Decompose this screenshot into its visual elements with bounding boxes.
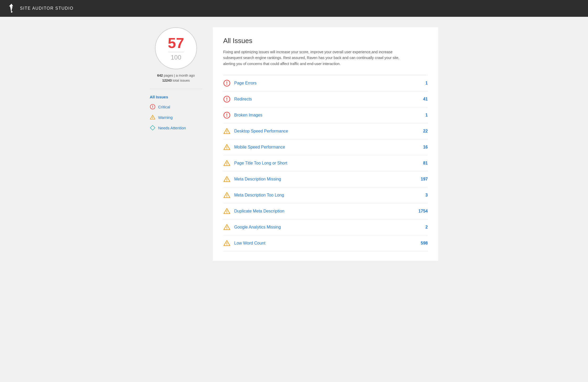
google-analytics-icon [223,224,231,231]
duplicate-meta-icon [223,208,231,215]
issue-label-low-word-count: Low Word Count [234,241,265,246]
total-issues: 12243 total issues [162,78,190,82]
issue-row-desktop-speed[interactable]: Desktop Speed Performance 22 [223,123,428,139]
issue-label-page-title: Page Title Too Long or Short [234,161,287,166]
page-errors-icon [223,79,231,87]
issue-left: Meta Description Missing [223,176,281,183]
sidebar-item-warning[interactable]: Warning [150,114,202,121]
warning-label: Warning [158,115,173,120]
issue-row-google-analytics[interactable]: Google Analytics Missing 2 [223,219,428,235]
issue-count-duplicate-meta: 1754 [418,209,428,214]
issue-row-page-errors[interactable]: Page Errors 1 [223,75,428,91]
logo-area: SITE AUDITOR STUDIO [6,3,73,14]
needs-attention-icon [150,125,156,131]
meta-desc-missing-icon [223,176,231,183]
time-ago: a month ago [176,73,195,77]
issue-left: Page Title Too Long or Short [223,160,287,167]
pages-info: 642 pages | a month ago [157,73,195,77]
needs-attention-label: Needs Attention [158,126,186,130]
issue-count-page-errors: 1 [425,81,428,86]
total-issues-label: total issues [173,78,190,82]
issue-count-low-word-count: 598 [421,241,428,246]
issue-count-google-analytics: 2 [425,225,428,230]
svg-point-43 [227,245,227,245]
issue-label-google-analytics: Google Analytics Missing [234,225,281,230]
svg-point-13 [227,84,227,85]
issue-label-redirects: Redirects [234,97,252,102]
sidebar: 57 100 642 pages | a month ago 12243 tot… [150,27,202,261]
score-total: 100 [171,54,181,61]
pages-label: pages | [164,73,176,77]
sidebar-item-needs-attention[interactable]: Needs Attention [150,124,202,131]
issue-count-redirects: 41 [423,97,428,102]
issue-row-redirects[interactable]: Redirects 41 [223,91,428,107]
issue-list: Page Errors 1 Redirects 41 [223,75,428,251]
svg-point-28 [227,165,227,165]
sidebar-item-critical[interactable]: Critical [150,103,202,110]
issue-left: Google Analytics Missing [223,224,281,231]
issue-count-desktop-speed: 22 [423,129,428,134]
page-title: All Issues [223,37,428,45]
issue-label-page-errors: Page Errors [234,81,256,86]
page-description: Fixing and optimizing issues will increa… [223,49,412,67]
svg-point-22 [227,132,227,133]
svg-point-6 [152,108,153,108]
broken-images-icon [223,112,231,119]
total-issues-count: 12243 [162,78,172,82]
pages-count: 642 [157,73,163,77]
app-title: SITE AUDITOR STUDIO [20,6,73,11]
sidebar-item-all-issues[interactable]: All Issues [150,94,202,100]
main-wrapper: 57 100 642 pages | a month ago 12243 tot… [0,17,588,382]
sidebar-nav: All Issues Critical [150,94,202,131]
sidebar-divider [150,89,202,89]
svg-point-19 [227,116,227,117]
app-header: SITE AUDITOR STUDIO [0,0,588,17]
svg-point-25 [227,148,227,149]
svg-point-40 [227,229,227,229]
issue-row-meta-desc-long[interactable]: Meta Description Too Long 3 [223,187,428,203]
issue-label-duplicate-meta: Duplicate Meta Description [234,209,284,214]
svg-point-37 [227,213,227,213]
critical-icon [150,104,156,110]
svg-point-34 [227,197,227,197]
issue-label-desktop-speed: Desktop Speed Performance [234,129,288,134]
content-area: 57 100 642 pages | a month ago 12243 tot… [150,27,438,261]
warning-icon [150,114,156,120]
mobile-speed-icon [223,144,231,151]
raven-logo-icon [6,3,17,14]
svg-point-16 [227,100,227,101]
issue-count-page-title: 81 [423,161,428,166]
svg-point-31 [227,181,227,181]
issue-count-meta-desc-long: 3 [425,193,428,198]
issue-row-mobile-speed[interactable]: Mobile Speed Performance 16 [223,139,428,155]
all-issues-label: All Issues [150,95,168,99]
issue-count-broken-images: 1 [425,113,428,118]
issue-label-meta-desc-long: Meta Description Too Long [234,193,284,198]
issue-row-duplicate-meta[interactable]: Duplicate Meta Description 1754 [223,203,428,219]
issue-left: Redirects [223,96,252,103]
score-circle: 57 100 [155,27,197,69]
svg-marker-10 [150,125,155,130]
score-number: 57 [168,36,184,50]
issue-label-mobile-speed: Mobile Speed Performance [234,145,285,150]
issue-left: Mobile Speed Performance [223,144,285,151]
issue-row-low-word-count[interactable]: Low Word Count 598 [223,235,428,251]
issue-row-broken-images[interactable]: Broken Images 1 [223,107,428,123]
svg-point-9 [152,118,153,119]
issue-left: Low Word Count [223,240,265,247]
issue-left: Duplicate Meta Description [223,208,284,215]
page-title-icon [223,160,231,167]
issue-label-meta-desc-missing: Meta Description Missing [234,177,281,182]
redirects-icon [223,96,231,103]
issue-count-mobile-speed: 16 [423,145,428,150]
desktop-speed-icon [223,128,231,135]
issue-row-meta-desc-missing[interactable]: Meta Description Missing 197 [223,171,428,187]
main-content: All Issues Fixing and optimizing issues … [213,27,438,261]
score-divider [168,52,184,52]
issue-left: Meta Description Too Long [223,192,284,199]
issue-left: Page Errors [223,79,256,87]
issue-left: Broken Images [223,112,263,119]
issue-count-meta-desc-missing: 197 [421,177,428,182]
meta-desc-long-icon [223,192,231,199]
issue-row-page-title[interactable]: Page Title Too Long or Short 81 [223,155,428,171]
